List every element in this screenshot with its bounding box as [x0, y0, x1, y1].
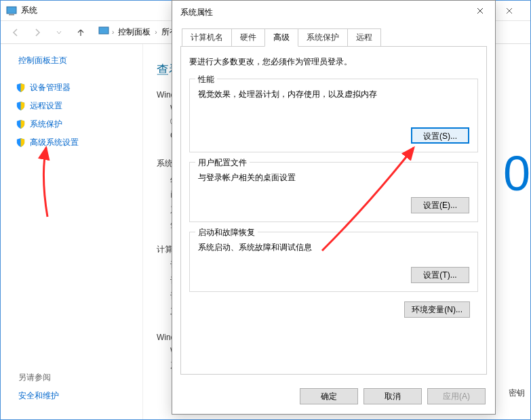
forward-button[interactable]: [28, 23, 47, 42]
recent-dropdown[interactable]: [50, 23, 68, 42]
settings-button-0[interactable]: 设置(S)...: [411, 127, 469, 144]
product-key-label: 密钥: [509, 387, 525, 399]
environment-variables-button[interactable]: 环境变量(N)...: [404, 301, 470, 318]
back-button[interactable]: [6, 23, 25, 42]
sidebar-item-3[interactable]: 高级系统设置: [7, 133, 136, 152]
groupbox-启动和故障恢复: 启动和故障恢复系统启动、系统故障和调试信息设置(T)...: [189, 232, 478, 292]
dialog-close-button[interactable]: [465, 1, 495, 21]
ok-button[interactable]: 确定: [300, 388, 358, 404]
settings-button-2[interactable]: 设置(T)...: [411, 267, 469, 283]
system-icon-small: [98, 26, 109, 39]
address-bar[interactable]: › 控制面板 › 所有: [98, 26, 179, 39]
shield-icon: [16, 119, 26, 129]
dialog-titlebar: 系统属性: [172, 1, 495, 24]
chevron-right-icon: ›: [112, 28, 114, 36]
section-label: 计算: [157, 245, 173, 254]
tab-body-advanced: 要进行大多数更改，您必须作为管理员登录。 性能视觉效果，处理器计划，内存使用，以…: [180, 46, 487, 375]
sidebar-item-2[interactable]: 系统保护: [7, 115, 136, 133]
svg-rect-6: [99, 27, 109, 34]
cancel-button[interactable]: 取消: [363, 388, 422, 404]
groupbox-legend: 性能: [195, 74, 217, 85]
groupbox-desc: 系统启动、系统故障和调试信息: [198, 242, 469, 253]
shield-icon: [16, 101, 26, 111]
breadcrumb-item[interactable]: 控制面板: [117, 26, 152, 38]
tab-高级[interactable]: 高级: [264, 28, 298, 47]
groupbox-desc: 视觉效果，处理器计划，内存使用，以及虚拟内存: [198, 89, 469, 100]
admin-note: 要进行大多数更改，您必须作为管理员登录。: [189, 56, 478, 68]
sidebar-item-label: 远程设置: [30, 100, 62, 112]
dialog-title: 系统属性: [180, 7, 213, 18]
sidebar-item-label: 系统保护: [30, 119, 62, 130]
svg-rect-1: [9, 14, 14, 16]
security-maintenance-link[interactable]: 安全和维护: [18, 390, 59, 402]
windows-version-digit: 0: [503, 146, 530, 201]
shield-icon: [16, 83, 26, 93]
apply-button[interactable]: 应用(A): [427, 388, 486, 404]
dialog-footer: 确定 取消 应用(A): [172, 381, 495, 414]
tab-远程[interactable]: 远程: [347, 28, 381, 47]
tab-strip: 计算机名硬件高级系统保护远程: [172, 24, 495, 46]
sidebar-item-label: 设备管理器: [30, 82, 71, 93]
sidebar-item-1[interactable]: 远程设置: [7, 97, 136, 115]
groupbox-desc: 与登录帐户相关的桌面设置: [198, 172, 469, 184]
groupbox-legend: 用户配置文件: [195, 157, 250, 169]
sidebar: 控制面板主页 设备管理器远程设置系统保护高级系统设置 另请参阅 安全和维护: [1, 44, 143, 419]
tab-计算机名[interactable]: 计算机名: [182, 28, 232, 47]
section-label: 系统: [157, 159, 173, 168]
system-icon: [6, 5, 17, 16]
system-properties-dialog: 系统属性 计算机名硬件高级系统保护远程 要进行大多数更改，您必须作为管理员登录。…: [172, 0, 496, 415]
sidebar-item-0[interactable]: 设备管理器: [7, 79, 136, 97]
sidebar-item-label: 高级系统设置: [30, 137, 79, 148]
chevron-right-icon: ›: [155, 28, 157, 36]
tab-系统保护[interactable]: 系统保护: [298, 28, 348, 47]
up-button[interactable]: [71, 23, 90, 42]
shield-icon: [16, 138, 26, 148]
control-panel-home-link[interactable]: 控制面板主页: [7, 55, 136, 66]
see-also-label: 另请参阅: [18, 372, 59, 383]
groupbox-用户配置文件: 用户配置文件与登录帐户相关的桌面设置设置(E)...: [189, 162, 478, 222]
groupbox-性能: 性能视觉效果，处理器计划，内存使用，以及虚拟内存设置(S)...: [189, 79, 478, 152]
explorer-title: 系统: [21, 5, 37, 16]
groupbox-legend: 启动和故障恢复: [195, 227, 258, 238]
close-button[interactable]: [494, 1, 525, 21]
tab-硬件[interactable]: 硬件: [231, 28, 265, 47]
svg-rect-0: [7, 7, 16, 14]
settings-button-1[interactable]: 设置(E)...: [411, 197, 469, 213]
